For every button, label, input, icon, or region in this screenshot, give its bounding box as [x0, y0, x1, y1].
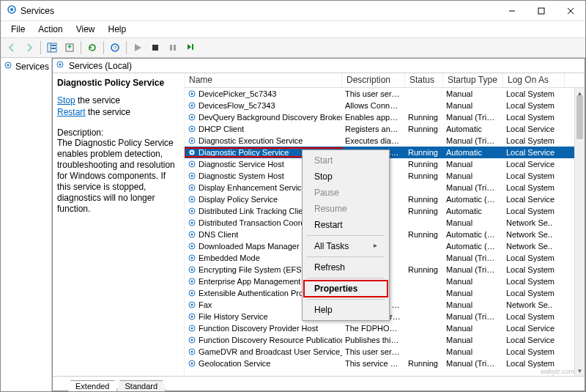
ctx-start[interactable]: Start: [304, 152, 387, 169]
service-row[interactable]: Diagnostic Execution ServiceExecutes dia…: [185, 135, 585, 147]
service-row[interactable]: DevicesFlow_5c7343Allows Connect..Manual…: [185, 100, 585, 111]
ctx-help[interactable]: Help: [304, 302, 387, 318]
ctx-all-tasks[interactable]: All Tasks: [304, 238, 387, 254]
service-logon: Local System: [503, 312, 565, 321]
service-status: Running: [405, 148, 443, 157]
restart-service-link[interactable]: Restart: [57, 107, 86, 117]
service-row[interactable]: Geolocation ServiceThis service mo..Runn…: [185, 358, 585, 369]
svg-point-46: [191, 222, 193, 224]
minimize-button[interactable]: [497, 1, 527, 21]
service-description: Allows Connect..: [342, 101, 405, 110]
service-row[interactable]: DevQuery Background Discovery BrokerEnab…: [185, 111, 585, 123]
svg-point-50: [191, 245, 193, 248]
show-hide-tree-button[interactable]: [44, 40, 60, 56]
service-rows[interactable]: DevicePicker_5c7343This user servic..Man…: [185, 88, 585, 376]
tab-standard[interactable]: Standard: [116, 380, 166, 391]
description-body: The Diagnostic Policy Service enables pr…: [57, 138, 178, 215]
stop-service-link[interactable]: Stop: [57, 95, 75, 106]
nav-root[interactable]: Services (Local: [1, 59, 51, 73]
col-name[interactable]: Name: [185, 73, 342, 87]
col-logon-as[interactable]: Log On As: [503, 73, 565, 87]
export-list-button[interactable]: [62, 40, 78, 56]
col-description[interactable]: Description: [342, 73, 405, 87]
gear-icon: [56, 60, 64, 71]
restart-service-button[interactable]: [182, 40, 199, 56]
svg-point-22: [59, 64, 62, 66]
service-startup-type: Automatic: [443, 148, 503, 157]
menubar: File Action View Help: [1, 21, 585, 37]
ctx-properties[interactable]: Properties: [304, 281, 387, 297]
refresh-button[interactable]: [84, 40, 100, 56]
service-name: Function Discovery Resource Publication: [199, 336, 342, 344]
close-button[interactable]: [556, 1, 585, 21]
service-row[interactable]: GameDVR and Broadcast User Service_5c73.…: [185, 346, 585, 358]
service-status: Running: [405, 113, 443, 122]
svg-point-1: [10, 8, 13, 11]
service-logon: Network Se..: [503, 242, 565, 251]
svg-point-70: [191, 363, 193, 365]
service-logon: Local System: [503, 207, 565, 215]
services-window: Services File Action View Help ? Service…: [0, 0, 586, 392]
service-name: Extensible Authentication Prot..: [199, 289, 310, 297]
description-pane: Diagnostic Policy Service Stop the servi…: [53, 73, 184, 376]
svg-point-48: [191, 234, 193, 236]
service-name: DNS Client: [199, 230, 238, 239]
svg-point-52: [191, 257, 193, 259]
extended-view: Diagnostic Policy Service Stop the servi…: [53, 73, 585, 376]
service-logon: Local Service: [503, 195, 565, 204]
help-button[interactable]: ?: [107, 40, 123, 56]
stop-line: Stop the service: [57, 95, 178, 106]
col-startup-type[interactable]: Startup Type: [443, 73, 503, 87]
service-row[interactable]: Function Discovery Provider HostThe FDPH…: [185, 322, 585, 334]
menu-view[interactable]: View: [70, 23, 101, 36]
svg-point-56: [191, 281, 193, 283]
svg-point-40: [191, 187, 193, 189]
list-pane-header: Services (Local): [53, 59, 585, 73]
service-name: DHCP Client: [199, 125, 244, 133]
service-name: Downloaded Maps Manager: [199, 242, 300, 251]
menu-help[interactable]: Help: [103, 23, 133, 36]
ctx-resume[interactable]: Resume: [304, 201, 387, 217]
vertical-scrollbar[interactable]: ▲ ▼: [574, 88, 585, 376]
forward-button[interactable]: [21, 40, 37, 56]
service-startup-type: Automatic: [443, 125, 503, 133]
service-row[interactable]: DevicePicker_5c7343This user servic..Man…: [185, 88, 585, 100]
service-logon: Local System: [503, 359, 565, 368]
service-name: Diagnostic Policy Service: [199, 148, 289, 157]
ctx-restart[interactable]: Restart: [304, 217, 387, 233]
service-row[interactable]: DHCP ClientRegisters and u..RunningAutom…: [185, 123, 585, 135]
svg-point-54: [191, 269, 193, 271]
tab-extended[interactable]: Extended: [67, 380, 117, 391]
svg-point-64: [191, 328, 193, 330]
service-name: Function Discovery Provider Host: [199, 324, 318, 333]
pause-service-button[interactable]: [165, 40, 181, 56]
ctx-pause[interactable]: Pause: [304, 185, 387, 201]
nav-tree[interactable]: Services (Local: [1, 58, 52, 391]
start-service-button[interactable]: [130, 40, 146, 56]
ctx-stop[interactable]: Stop: [304, 169, 387, 185]
svg-point-42: [191, 199, 193, 201]
service-description: This user servic..: [342, 347, 405, 356]
ctx-refresh[interactable]: Refresh: [304, 259, 387, 275]
service-row[interactable]: Function Discovery Resource PublicationP…: [185, 334, 585, 346]
service-status: Running: [405, 195, 443, 204]
service-name: File History Service: [199, 312, 268, 321]
svg-rect-16: [174, 45, 176, 51]
svg-rect-3: [538, 8, 544, 14]
gear-icon: [188, 125, 196, 133]
scroll-thumb[interactable]: [576, 95, 583, 139]
selected-service-title: Diagnostic Policy Service: [57, 78, 178, 88]
menu-action[interactable]: Action: [32, 23, 68, 36]
back-button[interactable]: [4, 40, 20, 56]
scroll-down-arrow[interactable]: ▼: [575, 366, 585, 376]
svg-point-38: [191, 175, 193, 177]
maximize-button[interactable]: [527, 1, 556, 21]
service-logon: Local Service: [503, 336, 565, 344]
col-status[interactable]: Status: [405, 73, 443, 87]
stop-service-button[interactable]: [147, 40, 163, 56]
menu-file[interactable]: File: [5, 23, 31, 36]
service-startup-type: Manual: [443, 218, 503, 227]
ctx-sep: [307, 299, 385, 300]
gear-icon: [188, 230, 196, 239]
watermark: wskyiz.com: [541, 368, 574, 375]
